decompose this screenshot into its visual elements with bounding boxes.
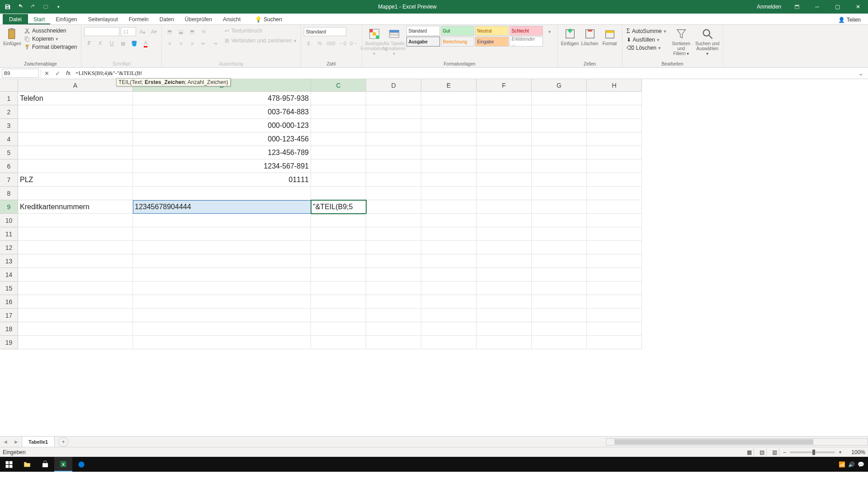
cell-D7[interactable]: [366, 173, 421, 187]
row-header-2[interactable]: 2: [0, 105, 18, 119]
cell-F9[interactable]: [476, 200, 532, 214]
name-box[interactable]: B9: [2, 69, 39, 78]
cell-C18[interactable]: [311, 322, 366, 336]
currency-button[interactable]: $: [304, 39, 314, 48]
cell-B4[interactable]: 000-123-456: [133, 132, 311, 146]
cell-H17[interactable]: [587, 309, 642, 322]
cell-B16[interactable]: [133, 295, 311, 309]
bold-button[interactable]: F: [84, 39, 94, 48]
increase-font-button[interactable]: A▴: [137, 27, 147, 36]
cell-C14[interactable]: [311, 268, 366, 282]
cell-H7[interactable]: [587, 173, 642, 187]
cell-D12[interactable]: [366, 241, 421, 254]
cell-styles-gallery[interactable]: Standard Gut Neutral Schlecht Ausgabe Be…: [406, 26, 543, 47]
cell-E15[interactable]: [421, 282, 476, 295]
cell-C6[interactable]: [311, 160, 366, 173]
row-header-1[interactable]: 1: [0, 92, 18, 105]
ribbon-display-icon[interactable]: [787, 0, 807, 14]
cell-H3[interactable]: [587, 119, 642, 132]
cell-F4[interactable]: [476, 132, 532, 146]
row-header-16[interactable]: 16: [0, 295, 18, 309]
cell-E13[interactable]: [421, 254, 476, 268]
cell-D15[interactable]: [366, 282, 421, 295]
style-schlecht[interactable]: Schlecht: [509, 26, 543, 36]
cell-F15[interactable]: [476, 282, 532, 295]
row-header-5[interactable]: 5: [0, 146, 18, 160]
cell-B6[interactable]: 1234-567-891: [133, 160, 311, 173]
cell-D3[interactable]: [366, 119, 421, 132]
cell-A3[interactable]: [18, 119, 133, 132]
font-color-button[interactable]: A: [141, 39, 151, 48]
enter-formula-button[interactable]: ✓: [52, 68, 63, 78]
cell-H11[interactable]: [587, 227, 642, 241]
style-gut[interactable]: Gut: [441, 26, 474, 36]
find-select-button[interactable]: Suchen undAuswählen ▾: [695, 26, 720, 56]
cell-D6[interactable]: [366, 160, 421, 173]
column-header-E[interactable]: E: [421, 79, 476, 92]
cell-B18[interactable]: [133, 322, 311, 336]
tab-formulas[interactable]: Formeln: [123, 14, 154, 24]
maximize-button[interactable]: ▢: [827, 0, 848, 14]
sheet-nav-next-icon[interactable]: ►: [11, 436, 22, 447]
cells-area[interactable]: Telefon478-957-938003-764-883000-000-123…: [18, 92, 642, 349]
orientation-button[interactable]: ⟲: [198, 27, 208, 36]
cell-H9[interactable]: [587, 200, 642, 214]
cell-F12[interactable]: [476, 241, 532, 254]
merge-center-button[interactable]: ⊞Verbinden und zentrieren ▾: [223, 37, 297, 44]
cell-A14[interactable]: [18, 268, 133, 282]
cell-C2[interactable]: [311, 105, 366, 119]
align-middle-button[interactable]: ⬓: [176, 27, 186, 36]
cell-H13[interactable]: [587, 254, 642, 268]
row-header-12[interactable]: 12: [0, 241, 18, 254]
row-header-10[interactable]: 10: [0, 214, 18, 227]
cell-F14[interactable]: [476, 268, 532, 282]
cell-E1[interactable]: [421, 92, 476, 105]
cell-A19[interactable]: [18, 336, 133, 349]
column-header-A[interactable]: A: [18, 79, 133, 92]
cell-E14[interactable]: [421, 268, 476, 282]
cell-C13[interactable]: [311, 254, 366, 268]
cell-C1[interactable]: [311, 92, 366, 105]
row-header-18[interactable]: 18: [0, 322, 18, 336]
qat-customize-icon[interactable]: ▾: [53, 2, 63, 12]
row-header-6[interactable]: 6: [0, 160, 18, 173]
cell-B19[interactable]: [133, 336, 311, 349]
cell-B5[interactable]: 123-456-789: [133, 146, 311, 160]
cell-D5[interactable]: [366, 146, 421, 160]
cell-B7[interactable]: 01111: [133, 173, 311, 187]
style-neutral[interactable]: Neutral: [475, 26, 509, 36]
cell-G8[interactable]: [532, 187, 587, 200]
cell-F2[interactable]: [476, 105, 532, 119]
style-eingabe[interactable]: Eingabe: [475, 37, 509, 47]
cell-G3[interactable]: [532, 119, 587, 132]
select-all-corner[interactable]: [0, 79, 18, 92]
percent-button[interactable]: %: [315, 39, 325, 48]
column-header-G[interactable]: G: [532, 79, 587, 92]
cell-G17[interactable]: [532, 309, 587, 322]
tray-chevron-icon[interactable]: ˄: [833, 461, 836, 468]
format-as-table-button[interactable]: Als Tabelleformatieren ▾: [385, 26, 404, 56]
cell-C11[interactable]: [311, 227, 366, 241]
cell-G15[interactable]: [532, 282, 587, 295]
cell-A10[interactable]: [18, 214, 133, 227]
cell-E6[interactable]: [421, 160, 476, 173]
font-size-input[interactable]: [121, 27, 136, 36]
spreadsheet-grid[interactable]: ABCDEFGH 12345678910111213141516171819 T…: [0, 79, 868, 436]
align-bottom-button[interactable]: ⬒: [187, 27, 197, 36]
cell-F6[interactable]: [476, 160, 532, 173]
cell-A6[interactable]: [18, 160, 133, 173]
column-header-F[interactable]: F: [476, 79, 532, 92]
align-left-button[interactable]: ≡: [165, 39, 175, 48]
cell-G6[interactable]: [532, 160, 587, 173]
zoom-slider-thumb[interactable]: [812, 450, 815, 455]
cell-H16[interactable]: [587, 295, 642, 309]
cell-F11[interactable]: [476, 227, 532, 241]
cell-F16[interactable]: [476, 295, 532, 309]
cell-F13[interactable]: [476, 254, 532, 268]
number-format-select[interactable]: [304, 27, 346, 36]
cell-B8[interactable]: [133, 187, 311, 200]
cell-F7[interactable]: [476, 173, 532, 187]
style-standard[interactable]: Standard: [406, 26, 440, 36]
share-button[interactable]: 👤Teilen: [835, 15, 864, 24]
cell-B12[interactable]: [133, 241, 311, 254]
